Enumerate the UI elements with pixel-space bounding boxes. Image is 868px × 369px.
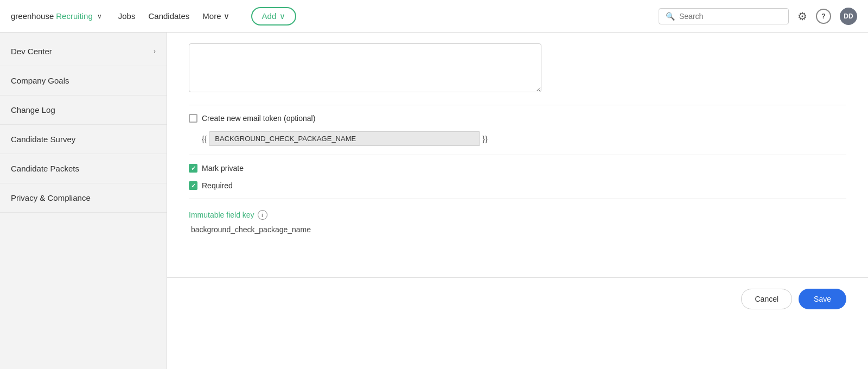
field-key-label-row: Immutable field key i xyxy=(189,210,846,220)
sidebar-item-privacy-compliance-label: Privacy & Compliance xyxy=(11,193,91,202)
sidebar-item-dev-center-arrow: › xyxy=(154,48,156,55)
form-footer: Cancel Save xyxy=(167,277,868,320)
divider-1 xyxy=(189,105,846,105)
nav-right: 🔍 ⚙ ? DD xyxy=(659,8,857,25)
divider-2 xyxy=(189,155,846,155)
search-box[interactable]: 🔍 xyxy=(659,8,789,24)
mark-private-label[interactable]: Mark private xyxy=(189,164,244,173)
sidebar-item-candidate-survey[interactable]: Candidate Survey xyxy=(0,125,167,154)
help-icon[interactable]: ? xyxy=(816,9,831,24)
search-icon: 🔍 xyxy=(666,12,675,21)
sidebar: Dev Center › Company Goals Change Log Ca… xyxy=(0,33,167,369)
divider-3 xyxy=(189,199,846,199)
mark-private-text: Mark private xyxy=(202,164,244,173)
sidebar-item-change-log[interactable]: Change Log xyxy=(0,96,167,125)
token-open-brace: {{ xyxy=(202,135,207,143)
add-button[interactable]: Add ∨ xyxy=(251,7,297,26)
gear-icon[interactable]: ⚙ xyxy=(797,10,807,23)
create-token-checkbox[interactable] xyxy=(189,114,197,123)
brand-recruiting-text: Recruiting xyxy=(56,11,93,21)
textarea-section xyxy=(189,43,846,94)
avatar[interactable]: DD xyxy=(840,8,857,25)
create-token-row: Create new email token (optional) xyxy=(189,114,846,123)
token-close-brace: }} xyxy=(482,135,487,143)
add-chevron-icon: ∨ xyxy=(279,11,285,21)
description-textarea[interactable] xyxy=(189,43,541,92)
cancel-button[interactable]: Cancel xyxy=(741,289,792,309)
nav-jobs[interactable]: Jobs xyxy=(118,11,136,21)
required-checkbox[interactable] xyxy=(189,181,197,190)
required-row: Required xyxy=(189,181,846,190)
nav-candidates[interactable]: Candidates xyxy=(148,11,189,21)
nav-more-button[interactable]: More ∨ xyxy=(202,11,229,21)
token-row: {{ }} xyxy=(202,131,846,146)
topnav: greenhouse Recruiting ∨ Jobs Candidates … xyxy=(0,0,868,33)
sidebar-item-dev-center[interactable]: Dev Center › xyxy=(0,37,167,66)
main-content: Create new email token (optional) {{ }} … xyxy=(167,33,868,369)
nav-more-label: More xyxy=(202,11,221,21)
nav-more-chevron-icon: ∨ xyxy=(224,11,229,21)
brand-chevron-icon[interactable]: ∨ xyxy=(97,12,102,20)
mark-private-checkbox[interactable] xyxy=(189,164,197,173)
sidebar-item-candidate-packets-label: Candidate Packets xyxy=(11,164,79,173)
sidebar-item-candidate-packets[interactable]: Candidate Packets xyxy=(0,154,167,183)
search-input[interactable] xyxy=(679,12,782,21)
sidebar-item-candidate-survey-label: Candidate Survey xyxy=(11,135,75,144)
add-label: Add xyxy=(262,11,277,21)
brand-greenhouse-text: greenhouse xyxy=(11,11,54,21)
sidebar-item-privacy-compliance[interactable]: Privacy & Compliance xyxy=(0,183,167,213)
token-input[interactable] xyxy=(209,131,480,146)
field-key-section: Immutable field key i background_check_p… xyxy=(189,210,846,234)
sidebar-item-dev-center-label: Dev Center xyxy=(11,47,52,56)
required-label[interactable]: Required xyxy=(189,181,233,190)
sidebar-item-change-log-label: Change Log xyxy=(11,105,55,114)
field-key-value: background_check_package_name xyxy=(191,225,846,234)
create-token-text: Create new email token (optional) xyxy=(202,114,315,123)
sidebar-item-company-goals-label: Company Goals xyxy=(11,76,69,85)
info-icon[interactable]: i xyxy=(258,210,267,220)
layout: Dev Center › Company Goals Change Log Ca… xyxy=(0,33,868,369)
create-token-label[interactable]: Create new email token (optional) xyxy=(189,114,315,123)
brand: greenhouse Recruiting ∨ xyxy=(11,11,102,21)
required-text: Required xyxy=(202,181,233,190)
nav-links: Jobs Candidates More ∨ Add ∨ xyxy=(118,7,296,26)
sidebar-item-company-goals[interactable]: Company Goals xyxy=(0,66,167,96)
form-area: Create new email token (optional) {{ }} … xyxy=(167,33,868,256)
save-button[interactable]: Save xyxy=(799,289,846,309)
content-panel: Create new email token (optional) {{ }} … xyxy=(167,33,868,369)
immutable-field-key-label: Immutable field key xyxy=(189,211,254,219)
mark-private-row: Mark private xyxy=(189,164,846,173)
